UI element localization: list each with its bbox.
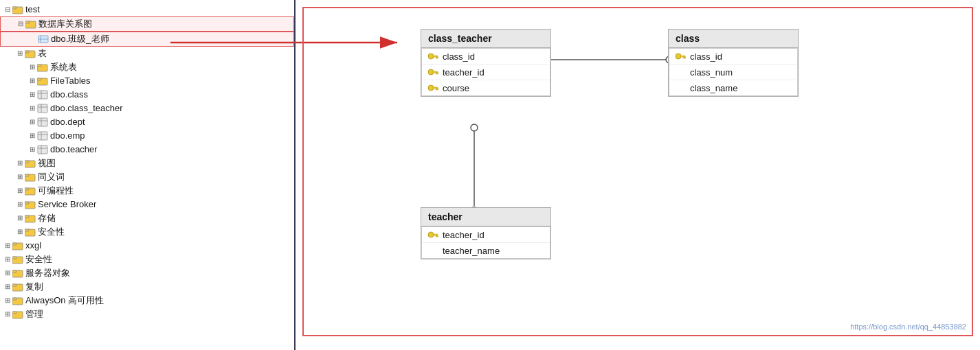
table-body-class_teacher: class_id teacher_id course (421, 48, 550, 96)
table-header-class: class (669, 30, 798, 48)
expand-icon-service-broker[interactable]: ⊞ (15, 198, 25, 211)
expand-icon-xxgl[interactable]: ⊞ (3, 240, 12, 252)
table-row: teacher_id (422, 65, 550, 80)
table-icon (37, 104, 48, 113)
folder-icon (25, 159, 36, 168)
column-name: class_name (690, 83, 737, 93)
tree-item-dbo-class-teacher-relation[interactable]: dbo.班级_老师 (0, 32, 294, 47)
column-name: teacher_id (443, 230, 485, 240)
tree-item-dbo-class[interactable]: ⊞ dbo.class (0, 88, 294, 102)
svg-rect-76 (684, 57, 686, 58)
tree-item-dbo-emp[interactable]: ⊞ dbo.emp (0, 129, 294, 143)
tree-item-service-broker[interactable]: ⊞ Service Broker (0, 198, 294, 211)
folder-icon (12, 5, 23, 14)
tree-label-management: 管理 (25, 308, 43, 320)
tree-item-management[interactable]: ⊞ 管理 (0, 307, 294, 321)
tree-item-storage[interactable]: ⊞ 存储 (0, 211, 294, 225)
key-icon (427, 67, 438, 78)
tree-item-dbo-teacher[interactable]: ⊞ dbo.teacher (0, 143, 294, 156)
expand-icon-test[interactable]: ⊟ (3, 3, 12, 16)
tree-item-views[interactable]: ⊞ 视图 (0, 156, 294, 170)
svg-rect-29 (25, 161, 29, 163)
expand-icon-dbo-class-teacher[interactable]: ⊞ (27, 102, 37, 115)
tree-item-xxgl[interactable]: ⊞ xxgl (0, 239, 294, 253)
svg-rect-74 (680, 56, 685, 57)
tree-item-synonyms[interactable]: ⊞ 同义词 (0, 170, 294, 184)
expand-icon-filetables[interactable]: ⊞ (27, 75, 37, 87)
svg-rect-8 (25, 51, 29, 53)
svg-rect-39 (25, 229, 29, 231)
tree-item-security[interactable]: ⊞ 安全性 (0, 253, 294, 266)
tree-item-dbo-dept[interactable]: ⊞ dbo.dept (0, 115, 294, 129)
tree-item-server-objects[interactable]: ⊞ 服务器对象 (0, 266, 294, 280)
expand-icon-security[interactable]: ⊞ (3, 253, 12, 266)
svg-rect-45 (12, 270, 16, 272)
table-header-teacher: teacher (421, 208, 550, 226)
expand-icon-system-tables[interactable]: ⊞ (27, 61, 37, 73)
expand-icon-programmability[interactable]: ⊞ (15, 185, 25, 197)
svg-rect-68 (437, 73, 438, 74)
tree-label-replication: 复制 (25, 281, 43, 293)
tree-label-test: test (25, 3, 40, 16)
expand-icon-tables[interactable]: ⊞ (15, 47, 25, 60)
folder-icon (12, 310, 23, 319)
svg-rect-12 (37, 78, 41, 80)
svg-point-59 (471, 124, 478, 131)
svg-rect-66 (433, 71, 438, 73)
expand-icon-management[interactable]: ⊞ (3, 308, 12, 320)
tree-item-filetables[interactable]: ⊞ FileTables (0, 74, 294, 88)
folder-icon (12, 296, 23, 305)
column-name: class_id (443, 51, 475, 62)
tree-item-dbo-class-teacher[interactable]: ⊞ dbo.class_teacher (0, 102, 294, 115)
expand-icon-server-objects[interactable]: ⊞ (3, 267, 12, 279)
column-name: class_id (690, 51, 722, 62)
column-name: course (443, 83, 469, 93)
folder-icon (25, 200, 36, 209)
svg-rect-13 (38, 91, 47, 99)
tree-label-db-relations: 数据库关系图 (38, 18, 92, 30)
column-name: teacher_id (443, 67, 485, 78)
tree-label-views: 视图 (38, 157, 56, 170)
expand-icon-alwayson[interactable]: ⊞ (3, 294, 12, 307)
expand-icon-replication[interactable]: ⊞ (3, 281, 12, 293)
svg-rect-1 (12, 7, 16, 9)
tree-item-test[interactable]: ⊟ test (0, 3, 294, 16)
folder-icon (12, 241, 23, 250)
table-row: teacher_id (422, 227, 550, 243)
folder-icon (12, 255, 23, 264)
tree-item-system-tables[interactable]: ⊞ 系统表 (0, 60, 294, 74)
svg-rect-33 (25, 188, 29, 190)
tree-label-dbo-teacher: dbo.teacher (50, 143, 98, 156)
diagram-border: ∞ class_teacher class_id teacher_id cour… (302, 7, 973, 336)
tree-item-alwayson[interactable]: ⊞ AlwaysOn 高可用性 (0, 294, 294, 307)
tree-item-programmability[interactable]: ⊞ 可编程性 (0, 184, 294, 198)
connector-lines: ∞ (304, 8, 972, 335)
expand-icon-dbo-teacher[interactable]: ⊞ (27, 143, 37, 156)
tree-item-tables[interactable]: ⊞ 表 (0, 47, 294, 60)
svg-rect-3 (25, 21, 30, 23)
tree-panel: ⊟ test⊟ 数据库关系图 dbo.班级_老师⊞ 表⊞ 系统表⊞ FileTa… (0, 0, 296, 350)
tree-item-security-db[interactable]: ⊞ 安全性 (0, 225, 294, 239)
expand-icon-views[interactable]: ⊞ (15, 157, 25, 170)
svg-rect-80 (437, 235, 438, 237)
expand-icon-dbo-emp[interactable]: ⊞ (27, 130, 37, 142)
tree-label-dbo-class: dbo.class (50, 89, 88, 101)
svg-rect-64 (437, 57, 438, 58)
expand-icon-synonyms[interactable]: ⊞ (15, 171, 25, 183)
expand-icon-storage[interactable]: ⊞ (15, 212, 25, 224)
svg-rect-16 (38, 104, 47, 113)
folder-icon (25, 19, 36, 29)
empty-icon (427, 245, 438, 256)
tree-label-filetables: FileTables (50, 75, 91, 87)
key-icon (427, 229, 438, 240)
tree-item-db-relations[interactable]: ⊟ 数据库关系图 (0, 16, 294, 32)
tree-item-replication[interactable]: ⊞ 复制 (0, 280, 294, 294)
expand-icon-dbo-class[interactable]: ⊞ (27, 89, 37, 101)
key-icon (427, 82, 438, 93)
tree-label-xxgl: xxgl (25, 240, 41, 252)
folder-icon (12, 282, 23, 292)
expand-icon-db-relations[interactable]: ⊟ (16, 18, 25, 30)
tree-label-security-db: 安全性 (38, 226, 65, 238)
expand-icon-security-db[interactable]: ⊞ (15, 226, 25, 238)
expand-icon-dbo-dept[interactable]: ⊞ (27, 116, 37, 128)
